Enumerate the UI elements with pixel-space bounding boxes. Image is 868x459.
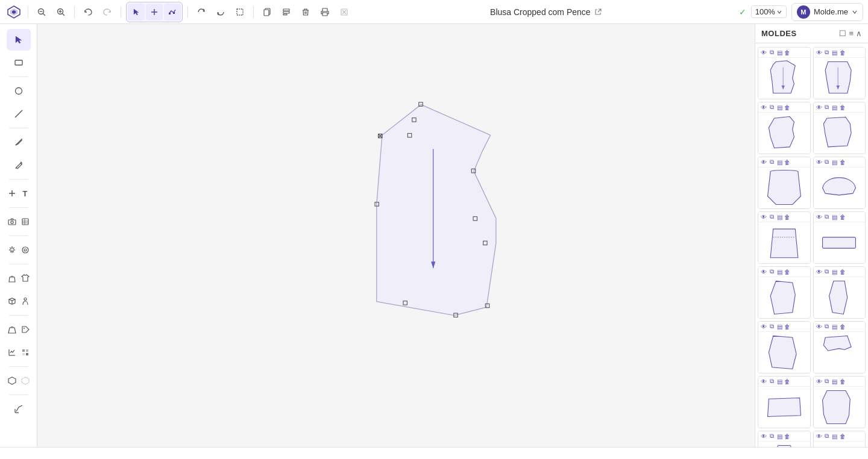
box-tool-btn[interactable]	[6, 290, 18, 312]
molde-item[interactable]: 👁 ⧉ ▤ 🗑	[758, 376, 811, 428]
molde-item[interactable]: 👁 ⧉ ▤ 🗑	[758, 211, 811, 264]
molde-layers-icon[interactable]: ▤	[776, 378, 783, 385]
bag2-tool-btn[interactable]	[6, 319, 18, 340]
user-menu-btn[interactable]: M Molde.me	[791, 3, 863, 21]
molde-copy-icon[interactable]: ⧉	[823, 158, 831, 166]
molde-item[interactable]: 👁 ⧉ ▤ 🗑	[758, 157, 811, 209]
molde-copy-icon[interactable]: ⧉	[823, 49, 831, 56]
molde-layers-icon[interactable]: ▤	[776, 269, 783, 275]
molde-copy-icon[interactable]: ⧉	[768, 49, 775, 56]
molde-delete-icon[interactable]: 🗑	[839, 433, 846, 440]
clothes-tool-btn[interactable]	[19, 267, 31, 289]
rect-select-btn[interactable]	[231, 4, 248, 20]
molde-layers-icon[interactable]: ▤	[776, 214, 783, 220]
patch-tool-btn[interactable]	[6, 370, 18, 392]
molde-item[interactable]: 👁 ⧉ ▤ 🗑	[813, 431, 866, 447]
molde-item[interactable]: 👁 ⧉ ▤ 🗑	[813, 102, 866, 154]
zoom-in-btn[interactable]	[52, 4, 69, 20]
molde-copy-icon[interactable]: ⧉	[823, 213, 831, 220]
molde-item[interactable]: 👁 ⧉ ▤ 🗑	[758, 266, 811, 319]
molde-delete-icon[interactable]: 🗑	[784, 378, 791, 385]
molde-copy-icon[interactable]: ⧉	[768, 213, 775, 220]
molde-delete-icon[interactable]: 🗑	[839, 269, 846, 275]
pencil-tool-btn[interactable]	[7, 154, 31, 176]
molde-copy-icon[interactable]: ⧉	[823, 323, 831, 330]
molde-layers-icon[interactable]: ▤	[831, 49, 838, 56]
molde-eye-icon[interactable]: 👁	[760, 323, 767, 330]
molde-copy-icon[interactable]: ⧉	[823, 432, 831, 440]
redo-btn[interactable]	[99, 4, 116, 20]
molde-delete-icon[interactable]: 🗑	[784, 214, 791, 220]
molde-layers-icon[interactable]: ▤	[831, 104, 838, 111]
molde-copy-icon[interactable]: ⧉	[823, 378, 831, 385]
molde-layers-icon[interactable]: ▤	[776, 323, 783, 330]
undo-btn[interactable]	[80, 4, 96, 20]
person-tool-btn[interactable]	[19, 290, 31, 312]
molde-eye-icon[interactable]: 👁	[816, 323, 823, 330]
molde-item[interactable]: 👁 ⧉ ▤ 🗑	[813, 321, 866, 373]
molde-layers-icon[interactable]: ▤	[831, 323, 838, 330]
bag-tool-btn[interactable]	[6, 267, 18, 289]
molde-delete-icon[interactable]: 🗑	[839, 159, 846, 166]
cursor-tool-btn[interactable]	[128, 4, 145, 20]
line-tool-btn[interactable]	[7, 103, 31, 125]
add-point-btn[interactable]	[146, 4, 163, 20]
molde-layers-icon[interactable]: ▤	[776, 433, 783, 440]
molde-layers-icon[interactable]: ▤	[831, 159, 838, 166]
panel-collapse-icon[interactable]: ∧	[856, 29, 862, 38]
rect-tool-btn[interactable]	[7, 52, 31, 73]
molde-eye-icon[interactable]: 👁	[760, 104, 767, 111]
zoom-control[interactable]: 100%	[751, 5, 787, 18]
molde-delete-icon[interactable]: 🗑	[784, 269, 791, 275]
molde-delete-icon[interactable]: 🗑	[839, 378, 846, 385]
molde-eye-icon[interactable]: 👁	[816, 433, 823, 440]
app-logo[interactable]	[5, 3, 23, 21]
redo2-btn[interactable]	[193, 4, 210, 20]
molde-layers-icon[interactable]: ▤	[831, 378, 838, 385]
molde-eye-icon[interactable]: 👁	[816, 269, 823, 275]
molde-item[interactable]: 👁 ⧉ ▤ 🗑	[758, 47, 811, 99]
molde-copy-icon[interactable]: ⧉	[768, 323, 775, 330]
molde-copy-icon[interactable]: ⧉	[768, 158, 775, 166]
magic-tool-btn[interactable]	[6, 239, 18, 261]
molde-delete-icon[interactable]: 🗑	[784, 323, 791, 330]
copy-btn[interactable]	[259, 4, 275, 20]
redo3-btn[interactable]	[212, 4, 229, 20]
molde-eye-icon[interactable]: 👁	[760, 269, 767, 275]
molde-eye-icon[interactable]: 👁	[760, 214, 767, 220]
molde-delete-icon[interactable]: 🗑	[839, 323, 846, 330]
molde-item[interactable]: 👁 ⧉ ▤ 🗑	[813, 157, 866, 209]
molde-item[interactable]: 👁 ⧉ ▤ 🗑	[813, 211, 866, 264]
swatch-tool-btn[interactable]	[19, 342, 31, 363]
trash-btn[interactable]	[336, 4, 353, 20]
molde-eye-icon[interactable]: 👁	[816, 49, 823, 56]
molde-eye-icon[interactable]: 👁	[816, 378, 823, 385]
panel-scroll[interactable]: 👁 ⧉ ▤ 🗑 👁 ⧉ ▤ 🗑 👁 ⧉	[755, 43, 868, 447]
molde-eye-icon[interactable]: 👁	[760, 433, 767, 440]
molde-copy-icon[interactable]: ⧉	[768, 104, 775, 111]
molde-layers-icon[interactable]: ▤	[831, 214, 838, 220]
molde-eye-icon[interactable]: 👁	[760, 49, 767, 56]
molde-item[interactable]: 👁 ⧉ ▤ 🗑	[758, 431, 811, 447]
node-tool-btn[interactable]	[164, 4, 181, 20]
layers-btn[interactable]	[278, 4, 295, 20]
molde-eye-icon[interactable]: 👁	[760, 159, 767, 166]
pen-tool-btn[interactable]	[7, 131, 31, 153]
select-tool-btn[interactable]	[7, 29, 31, 51]
molde-eye-icon[interactable]: 👁	[816, 214, 823, 220]
tag-tool-btn[interactable]	[19, 319, 31, 340]
molde-copy-icon[interactable]: ⧉	[768, 378, 775, 385]
molde-copy-icon[interactable]: ⧉	[823, 104, 831, 111]
layers-tool-btn[interactable]	[19, 370, 31, 392]
molde-layers-icon[interactable]: ▤	[776, 159, 783, 166]
molde-delete-icon[interactable]: 🗑	[784, 104, 791, 111]
texture-tool-btn[interactable]	[19, 211, 31, 233]
panel-list-icon[interactable]: ≡	[849, 29, 854, 38]
molde-eye-icon[interactable]: 👁	[760, 378, 767, 385]
molde-layers-icon[interactable]: ▤	[776, 104, 783, 111]
molde-item[interactable]: 👁 ⧉ ▤ 🗑	[758, 102, 811, 154]
delete-btn[interactable]	[297, 4, 314, 20]
molde-eye-icon[interactable]: 👁	[816, 159, 823, 166]
molde-delete-icon[interactable]: 🗑	[839, 104, 846, 111]
molde-delete-icon[interactable]: 🗑	[784, 433, 791, 440]
